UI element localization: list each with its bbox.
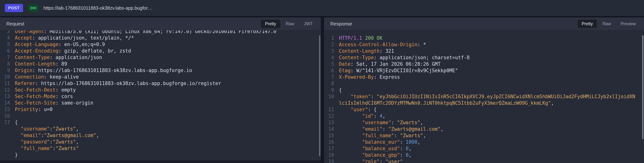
code-segment: "id" (362, 113, 374, 119)
tab-jwt[interactable]: JWT (300, 20, 317, 28)
code-text: Referer: https://lab-1768631011883-ok38z… (15, 80, 321, 87)
code-segment (339, 107, 350, 112)
code-line: 18 "balance_gbp": 0, (324, 152, 644, 158)
code-line: 7X-Powered-By: Express (324, 74, 644, 80)
code-segment: , (420, 120, 423, 125)
code-text: Content-Type: application/json; charset=… (339, 54, 644, 61)
code-segment: Accept (15, 35, 32, 41)
code-text: Content-Length: 89 (15, 61, 321, 67)
code-line: 13Sec-Fetch-Mode: cors (0, 93, 321, 100)
request-horizontal-scrollbar[interactable] (0, 160, 321, 163)
code-line: 5Date: Sat, 17 Jan 2026 06:28:26 GMT (324, 61, 644, 68)
status-badge: 200 (28, 4, 39, 12)
line-number: 17 (0, 119, 10, 126)
code-line: 16 "balance_eur": 1000, (324, 139, 644, 145)
line-number: 9 (0, 67, 10, 74)
code-segment: "full_name" (362, 133, 394, 138)
response-code-area[interactable]: 1HTTP/1.1 200 OK2Access-Control-Allow-Or… (324, 30, 644, 163)
tab-pretty[interactable]: Pretty (261, 20, 280, 28)
code-text: "user": { (339, 106, 644, 113)
code-line: "username":"Zwarts", (0, 126, 321, 132)
line-number: 8 (324, 80, 334, 87)
tab-raw[interactable]: Raw (282, 20, 298, 28)
request-panel-header: Request PrettyRawJWT (0, 18, 321, 30)
panels-container: Request PrettyRawJWT 3User-Agent: Mozill… (0, 18, 644, 163)
code-segment: : (394, 133, 400, 138)
line-number: 12 (0, 87, 10, 93)
code-text: Sec-Fetch-Site: same-origin (15, 100, 321, 106)
code-segment: : (391, 120, 397, 125)
code-segment: : * (418, 42, 426, 47)
line-number: 5 (0, 41, 10, 48)
code-segment: Access-Control-Allow-Origin (339, 42, 418, 47)
code-text: "balance_usd": 0, (339, 145, 644, 152)
code-segment: Accept-Language (15, 42, 58, 47)
code-segment: : Sat, 17 Jan 2026 06:28:26 GMT (350, 61, 440, 67)
code-segment: "Zwarts" (400, 133, 423, 138)
line-number: 9 (324, 87, 334, 94)
code-segment: , (382, 113, 386, 119)
code-text: "role": "user" (339, 158, 644, 163)
line-number: 11 (0, 80, 10, 87)
code-segment (339, 139, 362, 145)
code-segment: , (409, 146, 412, 151)
tab-pretty[interactable]: Pretty (578, 20, 597, 28)
code-segment: 0 (406, 146, 409, 151)
code-text: { (339, 87, 644, 94)
code-line: 2Access-Control-Allow-Origin: * (324, 42, 644, 48)
code-segment: "role" (362, 159, 380, 163)
code-line: "full_name":"Zwarts" (0, 145, 321, 152)
code-segment: : Express (374, 74, 400, 80)
line-number: 2 (324, 42, 334, 48)
code-segment: 200 OK (362, 35, 382, 41)
code-line: 4Content-Type: application/json; charset… (324, 54, 644, 61)
line-number (0, 139, 10, 145)
line-number: 12 (324, 113, 334, 119)
tab-raw[interactable]: Raw (598, 20, 615, 28)
tab-preview[interactable]: Preview (616, 20, 640, 28)
code-text (15, 113, 321, 119)
code-text: { (15, 119, 321, 126)
code-line: 8Content-Length: 89 (0, 61, 321, 67)
code-text: "password":"Zwarts", (15, 139, 321, 145)
code-segment (339, 113, 362, 119)
code-segment: "username" (362, 120, 391, 125)
response-tabs: PrettyRawPreview (578, 20, 640, 28)
code-segment: "Zwarts@gmail.com" (44, 132, 96, 138)
code-segment: Sec-Fetch-Dest (15, 87, 56, 93)
line-number: 3 (324, 48, 334, 54)
line-number: 11 (324, 106, 334, 113)
method-badge: POST (5, 4, 23, 12)
code-text: "balance_eur": 1000, (339, 139, 644, 145)
code-segment: : gzip, deflate, br, zstd (58, 48, 131, 54)
code-segment: : Mozilla/5.0 (X11; Ubuntu; Linux x86_64… (44, 30, 276, 34)
response-vertical-scrollbar[interactable] (642, 35, 644, 139)
code-segment: Content-Type (15, 54, 50, 60)
code-line: 3Content-Length: 321 (324, 48, 644, 54)
code-segment: : application/json; charset=utf-8 (374, 55, 470, 60)
line-number: 7 (0, 54, 10, 61)
line-number: 10 (0, 74, 10, 80)
code-line: "password":"Zwarts", (0, 139, 321, 145)
request-code-area[interactable]: 3User-Agent: Mozilla/5.0 (X11; Ubuntu; L… (0, 30, 321, 163)
code-text: "username": "Zwarts", (339, 119, 644, 126)
code-segment: Accept-Encoding (15, 48, 58, 54)
code-segment: : { (368, 107, 377, 112)
code-segment: , (423, 133, 426, 138)
code-segment (339, 133, 362, 138)
code-text: HTTP/1.1 200 OK (339, 35, 644, 42)
code-line: 12 "id": 4, (324, 113, 644, 119)
line-number: 14 (0, 100, 10, 106)
line-number (0, 126, 10, 132)
code-segment: "full_name" (20, 146, 52, 151)
code-line: 7Content-Type: application/json (0, 54, 321, 61)
code-segment: : (50, 126, 53, 132)
line-number: 10 (324, 94, 334, 106)
line-number: 8 (0, 61, 10, 67)
request-code-lines: 3User-Agent: Mozilla/5.0 (X11; Ubuntu; L… (0, 30, 321, 158)
code-line: 15Priority: u=0 (0, 106, 321, 113)
code-text: Priority: u=0 (15, 106, 321, 113)
request-vertical-scrollbar[interactable] (319, 35, 320, 156)
code-segment: "password" (20, 139, 50, 144)
code-segment: "email" (20, 132, 41, 138)
